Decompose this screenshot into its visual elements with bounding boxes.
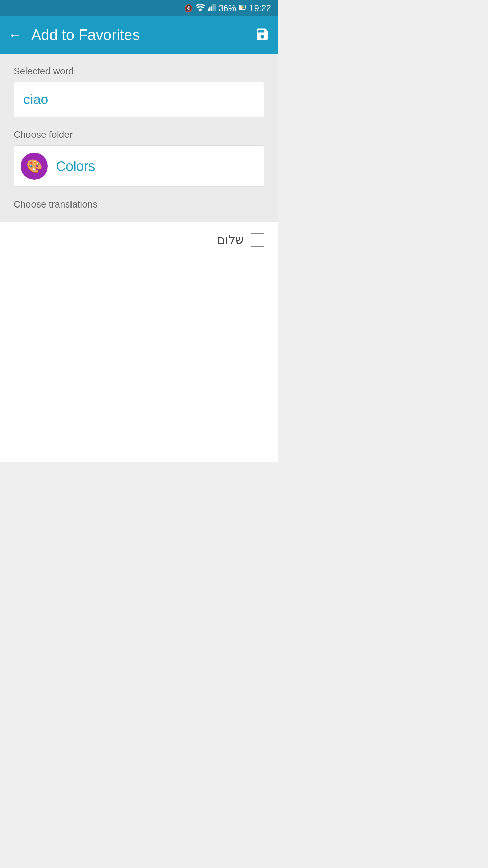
palette-icon: 🎨 [26,159,42,174]
wifi-icon [196,4,205,13]
svg-text:⚡: ⚡ [240,5,245,10]
time-display: 19:22 [249,3,271,14]
svg-rect-2 [211,6,212,11]
choose-folder-label: Choose folder [14,129,264,140]
svg-rect-0 [208,8,209,11]
translations-section: שלום [0,222,278,258]
status-bar: 🔇 36% ⚡ [0,0,278,16]
save-button[interactable] [255,27,270,43]
content-area: Selected word ciao Choose folder 🎨 Color… [0,54,278,222]
app-bar: ← Add to Favorites [0,16,278,54]
translation-item: שלום [14,222,264,258]
folder-icon-circle: 🎨 [21,153,48,180]
svg-rect-3 [212,4,214,11]
mute-icon: 🔇 [184,4,193,12]
choose-translations-label: Choose translations [14,199,264,210]
battery-percentage: 36% [219,3,236,14]
battery-icon: ⚡ [239,4,246,13]
selected-word-box: ciao [14,82,264,117]
translation-checkbox[interactable] [251,233,264,247]
selected-word-label: Selected word [14,66,264,77]
selected-word-value: ciao [23,92,48,107]
svg-rect-4 [214,4,216,11]
svg-rect-6 [245,6,246,8]
save-icon [255,27,270,42]
translation-text: שלום [217,233,244,247]
page-title: Add to Favorites [31,26,140,43]
status-icons: 🔇 36% ⚡ [184,3,271,14]
app-bar-left: ← Add to Favorites [8,26,140,43]
bottom-area [0,258,278,462]
back-button[interactable]: ← [8,28,22,42]
svg-rect-1 [209,7,211,11]
signal-icon [208,4,216,13]
folder-selector[interactable]: 🎨 Colors [14,145,264,187]
folder-name: Colors [56,159,95,174]
